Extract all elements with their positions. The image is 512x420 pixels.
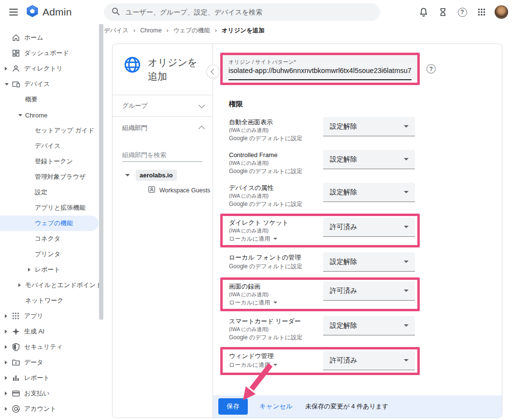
permission-value-dropdown[interactable]: 設定解除 [323,183,415,202]
sidebar-item[interactable]: デバイス [0,76,99,92]
permission-value-dropdown[interactable]: 許可済み [323,351,415,370]
permission-value-dropdown[interactable]: 設定解除 [323,252,415,272]
sidebar-item[interactable]: デバイス [0,138,99,154]
sidebar-item[interactable]: セットアップ ガイド [0,123,99,138]
expander-right-icon[interactable] [5,407,7,411]
sidebar-item[interactable]: モバイルとエンドポイント [0,277,99,293]
org-unit-search-input[interactable] [122,150,202,162]
origin-help-icon[interactable]: ? [427,64,436,73]
permission-value-dropdown[interactable]: 設定解除 [323,316,415,335]
origin-field[interactable]: オリジン / サイトパターン* isolated-app://buhw6nnxn… [223,55,417,80]
sidebar-item[interactable]: 管理対象ブラウザ [0,169,99,185]
permission-row: 自動全画面表示 (IWA にのみ適用) Google のデフォルトに設定 設定解… [220,115,420,145]
hourglass-icon[interactable] [437,6,449,18]
sidebar-item[interactable]: Chrome [0,107,99,123]
sidebar-item[interactable]: お支払い [0,386,99,401]
permission-info: Controlled Frame (IWA にのみ適用) Google のデフォ… [229,150,323,175]
org-unit-child-row[interactable]: Workspace Guests [113,186,213,195]
sidebar-item[interactable]: セキュリティ [0,339,99,355]
permission-value-dropdown[interactable]: 設定解除 [323,150,415,169]
permission-value-dropdown[interactable]: 設定解除 [323,117,415,136]
dropdown-value: 設定解除 [330,258,357,266]
sidebar-item[interactable]: ディレクトリ [0,61,99,76]
permission-row: ローカル フォントの管理 Google のデフォルトに設定 設定解除 [220,250,420,275]
permission-iwa-note: (IWA にのみ適用) [229,326,323,333]
groups-section-toggle[interactable]: グループ [113,95,213,117]
sidebar-item[interactable]: ホーム [0,30,99,45]
global-search[interactable] [104,3,380,21]
sidebar-item[interactable]: データ [0,355,99,370]
apps-grid-icon[interactable] [475,6,488,18]
origin-field-value[interactable]: isolated-app://buhw6nnxnvtbkomwrl6tx4l5s… [228,65,412,80]
permission-value-dropdown[interactable]: 許可済み [323,281,415,301]
breadcrumb-link[interactable]: ウェブの機能 [173,27,210,35]
sidebar-scrollbar[interactable] [99,6,103,320]
org-unit-root-label[interactable]: aerolabs.io [136,170,177,181]
org-unit-root-row[interactable]: aerolabs.io [113,170,213,181]
scope-panel: オリジンを 追加 グループ 組織部門 aerolabs.io [113,44,213,418]
sidebar-item-label: ホーム [24,33,43,42]
expander-right-icon[interactable] [5,361,7,364]
scope-dropdown[interactable]: ローカルに適用 [229,299,323,306]
expander-right-icon[interactable] [5,376,7,380]
expander-right-icon[interactable] [18,283,21,287]
permissions-form: オリジン / サイトパターン* isolated-app://buhw6nnxn… [213,44,502,418]
scope-dropdown[interactable]: ローカルに適用 [229,361,323,369]
menu-icon[interactable] [3,1,24,23]
sidebar-item-label: アプリ [24,312,43,320]
dropdown-arrow-icon [404,191,409,193]
tree-expand-icon[interactable] [125,174,130,176]
permission-info: デバイスの属性 (IWA にのみ適用) Google のデフォルトに設定 [229,183,323,208]
collapse-panel-button[interactable] [206,65,220,78]
home-icon [12,33,20,42]
expander-right-icon[interactable] [5,391,7,395]
permission-info: ローカル フォントの管理 Google のデフォルトに設定 [229,252,323,270]
sidebar-item[interactable]: 登録トークン [0,154,99,169]
breadcrumb-link[interactable]: Chrome [140,27,161,34]
at-icon [12,405,20,413]
sidebar-item[interactable]: アカウント [0,401,99,417]
permission-row: Controlled Frame (IWA にのみ適用) Google のデフォ… [220,148,420,178]
expander-right-icon[interactable] [5,345,7,349]
permission-info: ダイレクト ソケット (IWA にのみ適用) ローカルに適用 [229,217,323,243]
expander-down-icon[interactable] [18,114,22,116]
sidebar-nav: ホームダッシュボードディレクトリデバイス概要Chromeセットアップ ガイドデバ… [0,24,105,420]
permission-value-dropdown[interactable]: 許可済み [323,217,415,237]
expander-down-icon[interactable] [5,83,9,86]
expander-right-icon[interactable] [5,67,7,71]
account-avatar[interactable] [495,5,508,19]
sidebar-item[interactable]: プリンタ [0,246,99,262]
expander-right-icon[interactable] [5,330,7,333]
sidebar-item[interactable]: アプリと拡張機能 [0,200,99,216]
admin-logo[interactable]: Admin [26,5,72,19]
permissions-heading: 権限 [229,100,502,109]
sidebar-item[interactable]: ネットワーク [0,293,99,308]
sidebar-item[interactable]: コネクタ [0,231,99,246]
expander-right-icon[interactable] [28,268,30,272]
admin-gem-icon [26,5,39,19]
search-input[interactable] [126,8,367,16]
dropdown-value: 許可済み [330,223,357,232]
scope-dropdown[interactable]: ローカルに適用 [229,235,323,243]
breadcrumb-separator-icon: › [167,27,169,34]
save-button[interactable]: 保存 [218,398,248,415]
sidebar-item[interactable]: 生成 AI [0,324,99,339]
dropdown-arrow-icon [404,125,409,128]
folder-icon [12,358,20,367]
sidebar-item[interactable]: 概要 [0,92,99,107]
sidebar-item[interactable]: ウェブの機能 [0,216,99,231]
expander-right-icon[interactable] [5,314,7,318]
sidebar-item[interactable]: 設定 [0,185,99,200]
permission-row: ダイレクト ソケット (IWA にのみ適用) ローカルに適用 許可済み [220,214,420,247]
dropdown-arrow-icon [404,290,409,292]
help-icon[interactable]: ? [456,6,469,18]
notifications-bell-icon[interactable] [417,6,430,18]
cancel-button[interactable]: キャンセル [259,402,293,411]
org-units-section-toggle[interactable]: 組織部門 [113,117,213,139]
scope-dropdown-value: ローカルに適用 [229,361,270,369]
sidebar-item[interactable]: レポート [0,262,99,277]
breadcrumb-link[interactable]: デバイス [104,27,128,35]
sidebar-item[interactable]: ダッシュボード [0,45,99,61]
sidebar-item[interactable]: アプリ [0,308,99,324]
sidebar-item[interactable]: レポート [0,370,99,386]
